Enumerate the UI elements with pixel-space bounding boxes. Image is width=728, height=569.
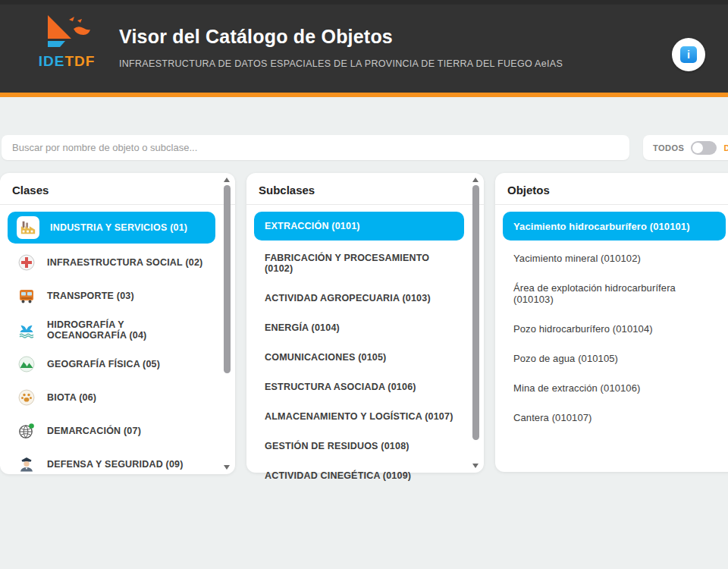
list-item-label: INFRAESTRUCTURA SOCIAL (02) <box>47 257 202 268</box>
toggle-switch[interactable] <box>691 141 717 155</box>
list-item-label: Yacimiento hidrocarburífero (010101) <box>513 221 690 232</box>
idetdf-logo-graphic <box>42 14 91 52</box>
list-item-label: GESTIÓN DE RESIDUOS (0108) <box>265 441 410 451</box>
list-item-label: Mina de extracción (010106) <box>513 382 640 394</box>
list-item[interactable]: Mina de extracción (010106) <box>503 376 726 400</box>
list-item[interactable]: Yacimiento mineral (010102) <box>503 247 726 270</box>
mountains-icon <box>17 354 36 374</box>
logo-tdf: TDF <box>64 53 95 69</box>
list-item-label: EXTRACCIÓN (0101) <box>265 221 360 231</box>
hospital-icon <box>17 253 36 272</box>
toggle-label-todos: TODOS <box>653 143 684 152</box>
logo-text: IDETDF <box>36 53 97 70</box>
list-item[interactable]: GEOGRAFÍA FÍSICA (05) <box>8 350 215 379</box>
list-item-label: BIOTA (06) <box>47 392 96 403</box>
list-item-label: ACTIVIDAD CINEGÉTICA (0109) <box>265 470 411 481</box>
list-item-selected[interactable]: INDUSTRIA Y SERVICIOS (01) <box>8 212 215 244</box>
search-input[interactable] <box>2 135 629 160</box>
clases-list: INDUSTRIA Y SERVICIOS (01)INFRAESTRUCTUR… <box>0 205 235 490</box>
list-item-label: Pozo hidrocarburífero (010104) <box>513 323 653 335</box>
factory-icon <box>17 216 39 239</box>
police-icon <box>17 454 36 474</box>
subclases-list: EXTRACCIÓN (0101)FABRICACIÓN Y PROCESAMI… <box>246 205 484 500</box>
logo: IDETDF <box>36 14 97 70</box>
list-item-label: DEFENSA Y SEGURIDAD (09) <box>47 459 184 470</box>
paw-icon <box>17 388 36 407</box>
list-item-label: Área de explotación hidrocarburífera (01… <box>513 282 715 305</box>
clases-panel: Clases INDUSTRIA Y SERVICIOS (01)INFRAES… <box>0 173 235 474</box>
list-item-label: ENERGÍA (0104) <box>265 322 340 333</box>
toggle-knob <box>692 143 703 153</box>
list-item[interactable]: DEMARCACIÓN (07) <box>8 417 215 445</box>
list-item[interactable]: ESTRUCTURA ASOCIADA (0106) <box>254 375 464 398</box>
list-item-label: ACTIVIDAD AGROPECUARIA (0103) <box>265 293 431 303</box>
list-item-selected[interactable]: Yacimiento hidrocarburífero (010101) <box>503 212 726 240</box>
subclases-panel: Subclases EXTRACCIÓN (0101)FABRICACIÓN Y… <box>246 173 484 473</box>
list-item[interactable]: ALMACENAMIENTO Y LOGÍSTICA (0107) <box>254 404 464 428</box>
list-item[interactable]: BIOTA (06) <box>8 383 215 412</box>
globe-icon <box>17 421 36 441</box>
list-item-label: ALMACENAMIENTO Y LOGÍSTICA (0107) <box>265 411 453 422</box>
list-item-label: Cantera (010107) <box>513 412 592 423</box>
list-item[interactable]: FABRICACIÓN Y PROCESAMIENTO (0102) <box>254 247 464 280</box>
scrollbar-thumb[interactable] <box>224 185 231 373</box>
list-item[interactable]: HIDROGRAFÍA Y OCEANOGRAFÍA (04) <box>8 315 215 345</box>
objetos-list: Yacimiento hidrocarburífero (010101)Yaci… <box>495 205 728 442</box>
list-item[interactable]: INFRAESTRUCTURA SOCIAL (02) <box>8 248 215 277</box>
bus-icon <box>17 286 36 306</box>
accent-bar <box>0 93 728 97</box>
scroll-down-icon[interactable] <box>472 464 479 468</box>
list-item[interactable]: DEFENSA Y SEGURIDAD (09) <box>8 450 215 479</box>
page-title: Visor del Catálogo de Objetos <box>119 26 563 48</box>
header-titles: Visor del Catálogo de Objetos INFRAESTRU… <box>119 26 563 69</box>
list-item-selected[interactable]: EXTRACCIÓN (0101) <box>254 212 464 240</box>
list-item[interactable]: Pozo hidrocarburífero (010104) <box>503 317 726 341</box>
list-item-label: Pozo de agua (010105) <box>513 353 618 364</box>
list-item-label: Yacimiento mineral (010102) <box>513 253 641 264</box>
list-item-label: HIDROGRAFÍA Y OCEANOGRAFÍA (04) <box>47 319 206 341</box>
page-subtitle: INFRAESTRUCTURA DE DATOS ESPACIALES DE L… <box>119 58 563 69</box>
scroll-up-icon[interactable] <box>472 178 479 182</box>
list-item-label: FABRICACIÓN Y PROCESAMIENTO (0102) <box>265 253 453 274</box>
list-item[interactable]: Área de explotación hidrocarburífera (01… <box>503 276 726 311</box>
list-item-label: GEOGRAFÍA FÍSICA (05) <box>47 359 160 369</box>
logo-ide: IDE <box>39 53 65 69</box>
list-item[interactable]: COMUNICACIONES (0105) <box>254 345 464 369</box>
scrollbar-thumb[interactable] <box>472 185 479 440</box>
list-item[interactable]: Pozo de agua (010105) <box>503 347 726 370</box>
list-item[interactable]: Cantera (010107) <box>503 406 726 429</box>
list-item[interactable]: ACTIVIDAD CINEGÉTICA (0109) <box>254 464 464 487</box>
objetos-panel: Objetos Yacimiento hidrocarburífero (010… <box>495 173 728 472</box>
list-item-label: DEMARCACIÓN (07) <box>47 426 141 436</box>
filter-toggle: TODOS DBYF <box>643 135 728 160</box>
scroll-up-icon[interactable] <box>224 178 230 182</box>
list-item[interactable]: ENERGÍA (0104) <box>254 316 464 339</box>
scroll-down-icon[interactable] <box>224 465 230 470</box>
info-icon: i <box>680 46 697 63</box>
subclases-scrollbar[interactable] <box>471 176 480 470</box>
objetos-panel-title: Objetos <box>495 173 728 204</box>
list-item-label: ESTRUCTURA ASOCIADA (0106) <box>265 382 416 392</box>
list-item-label: INDUSTRIA Y SERVICIOS (01) <box>50 222 187 233</box>
toggle-label-dbyf: DBYF <box>723 143 728 152</box>
list-item[interactable]: ACTIVIDAD AGROPECUARIA (0103) <box>254 286 464 310</box>
list-item[interactable]: TRANSPORTE (03) <box>8 281 215 310</box>
whale-tail-icon <box>17 320 36 340</box>
clases-scrollbar[interactable] <box>222 176 231 471</box>
app-header: IDETDF Visor del Catálogo de Objetos INF… <box>0 0 728 93</box>
list-item-label: COMUNICACIONES (0105) <box>265 352 386 363</box>
list-item-label: TRANSPORTE (03) <box>47 291 134 301</box>
clases-panel-title: Clases <box>0 173 235 204</box>
list-item[interactable]: GESTIÓN DE RESIDUOS (0108) <box>254 434 464 457</box>
info-button[interactable]: i <box>672 38 705 71</box>
subclases-panel-title: Subclases <box>246 173 484 204</box>
